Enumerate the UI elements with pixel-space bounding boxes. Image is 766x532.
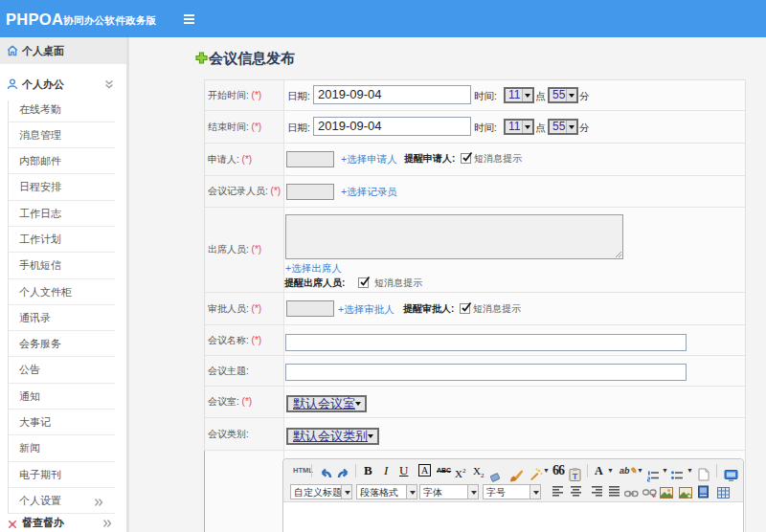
- svg-text:T: T: [573, 472, 578, 481]
